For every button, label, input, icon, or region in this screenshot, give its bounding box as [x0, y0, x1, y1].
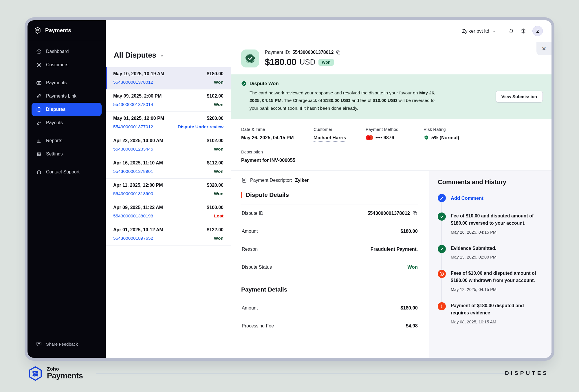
- detail-row-reason: Reason Fraudulent Payment.: [241, 240, 418, 258]
- dispute-id-link[interactable]: 5543000001378014: [113, 102, 153, 107]
- dispute-id-link[interactable]: 5543000001318900: [113, 191, 153, 196]
- org-switcher[interactable]: Zylker pvt ltd: [462, 28, 496, 34]
- customers-icon: [36, 62, 42, 68]
- dispute-amount: $112.00: [207, 160, 223, 166]
- list-filter-dropdown[interactable]: All Disputes: [106, 42, 231, 67]
- detail-row-processing-fee: Processing Fee $4.98: [241, 317, 418, 335]
- gear-icon: [520, 28, 527, 34]
- withdraw-circle-icon: [438, 270, 446, 278]
- meta-label: Date & Time: [241, 127, 314, 132]
- close-button[interactable]: ✕: [536, 42, 551, 55]
- sidebar-item-dashboard[interactable]: Dashboard: [32, 45, 102, 58]
- list-item[interactable]: Apr 11, 2025, 12:00 PM$320.00 5543000001…: [106, 179, 231, 201]
- dispute-date: Apr 09, 2025, 11:22 AM: [113, 205, 163, 210]
- check-circle-icon: [438, 245, 446, 253]
- org-name: Zylker pvt ltd: [462, 28, 489, 34]
- app-title: Payments: [45, 27, 71, 34]
- copy-icon[interactable]: [336, 50, 341, 55]
- customer-link[interactable]: Michael Harris: [314, 135, 346, 142]
- check-circle-icon: [241, 81, 247, 86]
- chevron-down-icon: [160, 53, 164, 58]
- sidebar-footer: Share Feedback: [28, 333, 106, 358]
- sidebar-item-payouts[interactable]: Payouts: [32, 116, 102, 129]
- list-item[interactable]: May 10, 2025, 10:19 AM$180.00 5543000001…: [106, 67, 231, 89]
- list-item[interactable]: Apr 09, 2025, 11:22 AM$100.00 5543000001…: [106, 201, 231, 223]
- list-item[interactable]: May 01, 2025, 12:00 PM$200.00 5543000001…: [106, 112, 231, 134]
- dispute-detail-panel: ✕ Payment ID: 5543000001378012: [231, 42, 551, 358]
- add-comment-link[interactable]: Add Comment: [451, 195, 483, 201]
- list-item[interactable]: May 09, 2025, 2:00 PM$102.00 55430000013…: [106, 89, 231, 112]
- history-event: Fees of $10.00 and disputed amount of $1…: [438, 270, 545, 292]
- descriptor-icon: [241, 177, 247, 183]
- dispute-won-banner: Dispute Won The card network reviewed yo…: [231, 74, 551, 119]
- dispute-id-link[interactable]: 5543000001380198: [113, 213, 153, 219]
- dispute-date: May 10, 2025, 10:19 AM: [113, 71, 164, 76]
- payment-header: Payment ID: 5543000001378012 $180.00 USD…: [231, 42, 551, 74]
- list-item[interactable]: Apr 01, 2025, 10:12 AM$122.00 5543000001…: [106, 223, 231, 246]
- dispute-id-link[interactable]: 5543000001897652: [113, 236, 153, 241]
- list-item[interactable]: Apr 16, 2025, 11:10 AM$112.00 5543000001…: [106, 156, 231, 179]
- sidebar: Payments Dashboard Customers Payments P: [28, 20, 106, 358]
- sidebar-item-payments-link[interactable]: Payments Link: [32, 89, 102, 103]
- descriptor-value: Zylker: [295, 178, 309, 183]
- comments-history-panel: Comments and History Add Comment: [429, 171, 551, 358]
- share-feedback-button[interactable]: Share Feedback: [32, 338, 102, 350]
- dispute-status: Won: [214, 146, 223, 152]
- section-accent-bar: [241, 192, 242, 198]
- avatar[interactable]: Z: [532, 26, 543, 36]
- detail-row-dispute-id: Dispute ID 5543000001378012: [241, 204, 418, 222]
- sidebar-nav: Dashboard Customers Payments Payments Li…: [28, 40, 106, 179]
- row-label: Dispute ID: [242, 211, 263, 216]
- sidebar-item-customers[interactable]: Customers: [32, 58, 102, 72]
- meta-risk-rating: Risk Rating 5% (Normal): [424, 127, 542, 142]
- banner-content: Dispute Won The card network reviewed yo…: [241, 81, 437, 112]
- risk-value: 5% (Normal): [431, 135, 459, 140]
- app-window: Payments Dashboard Customers Payments P: [28, 20, 551, 358]
- payment-details-heading: Payment Details: [241, 286, 418, 293]
- gear-icon: [36, 151, 42, 157]
- notifications-button[interactable]: [508, 28, 514, 34]
- view-submission-button[interactable]: View Submission: [496, 91, 543, 102]
- list-item[interactable]: Apr 22, 2025, 10:00 AM$102.00 5543000001…: [106, 134, 231, 156]
- sidebar-item-disputes[interactable]: Disputes: [32, 103, 102, 116]
- sidebar-item-contact-support[interactable]: Contact Support: [32, 165, 102, 179]
- dispute-id-link[interactable]: 5543000001233445: [113, 146, 153, 152]
- detail-row-amount: Amount $180.00: [241, 222, 418, 240]
- sidebar-item-reports[interactable]: Reports: [32, 134, 102, 147]
- dispute-status: Won: [214, 236, 223, 241]
- sidebar-item-payments[interactable]: Payments: [32, 76, 102, 89]
- wallet-icon: [36, 80, 42, 86]
- history-timeline: Add Comment Fee of $10.00 and disputed a…: [438, 194, 545, 324]
- dispute-status: Won: [214, 102, 223, 107]
- dispute-id-link[interactable]: 5543000001378901: [113, 169, 153, 174]
- copy-icon[interactable]: [412, 210, 418, 216]
- dashboard-icon: [36, 49, 42, 55]
- dispute-date: Apr 11, 2025, 12:00 PM: [113, 183, 163, 188]
- detail-row-dispute-status: Dispute Status Won: [241, 258, 418, 276]
- payouts-icon: [36, 120, 42, 126]
- payment-meta: Date & Time May 26, 2025, 04:15 PM Custo…: [231, 119, 551, 171]
- share-feedback-label: Share Feedback: [46, 342, 78, 347]
- edit-pencil-icon: [438, 194, 446, 202]
- history-event: Evidence Submitted. May 13, 2025, 02:00 …: [438, 245, 545, 260]
- payment-amount: $180.00: [265, 57, 296, 67]
- sidebar-item-settings[interactable]: Settings: [32, 147, 102, 161]
- dispute-date: May 09, 2025, 2:00 PM: [113, 94, 162, 99]
- dispute-id-link[interactable]: 5543000001377012: [113, 124, 153, 129]
- description-label: Description: [241, 149, 542, 154]
- status-badge: Won: [318, 59, 334, 66]
- card-last4: •••• 9876: [375, 135, 394, 140]
- topbar: Zylker pvt ltd Z: [106, 20, 551, 42]
- dispute-amount: $320.00: [207, 183, 223, 188]
- row-value: $4.98: [406, 323, 418, 329]
- meta-payment-method: Payment Method •••• 9876: [366, 127, 424, 142]
- shield-check-icon: [424, 135, 429, 140]
- event-date: May 13, 2025, 02:00 PM: [451, 255, 496, 259]
- meta-date-time: Date & Time May 26, 2025, 04:15 PM: [241, 127, 314, 142]
- add-comment-row[interactable]: Add Comment: [438, 194, 545, 202]
- topbar-divider: [502, 27, 502, 35]
- mastercard-icon: [366, 135, 373, 140]
- dispute-id-link[interactable]: 5543000001378012: [113, 80, 153, 85]
- bell-icon: [508, 28, 514, 34]
- settings-button[interactable]: [520, 28, 527, 34]
